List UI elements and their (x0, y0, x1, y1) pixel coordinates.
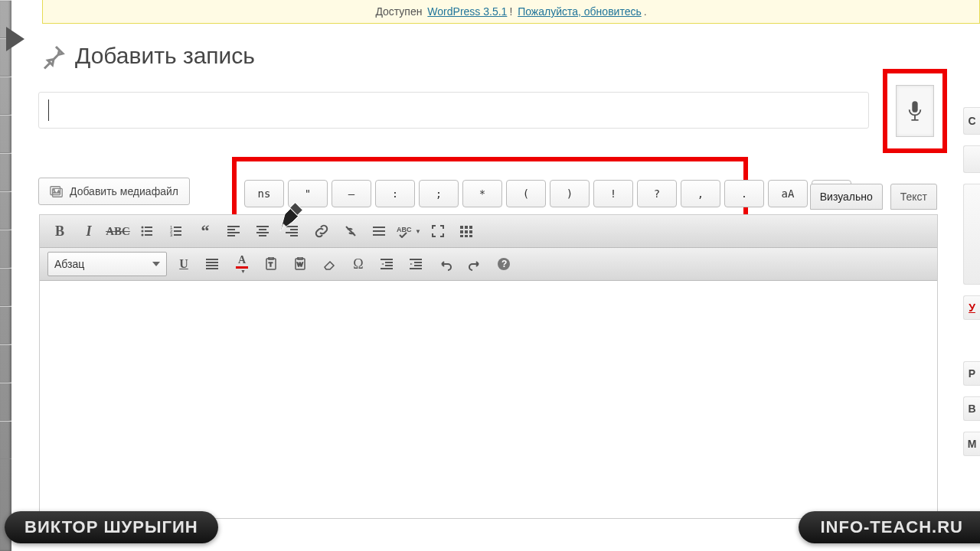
svg-rect-25 (290, 229, 298, 230)
format-select[interactable]: Абзац (47, 252, 167, 276)
svg-rect-52 (385, 262, 393, 263)
outdent-button[interactable] (375, 253, 400, 275)
ol-button[interactable]: 123 (164, 220, 188, 242)
redo-button[interactable] (462, 253, 487, 275)
post-title-input[interactable] (38, 92, 869, 129)
svg-rect-23 (259, 235, 266, 236)
microphone-button[interactable] (896, 85, 934, 137)
add-media-button[interactable]: Добавить медиафайл (38, 178, 190, 205)
svg-point-4 (142, 227, 144, 229)
rail-box-7[interactable]: М (963, 432, 980, 456)
add-media-label: Добавить медиафайл (70, 185, 178, 197)
svg-rect-38 (460, 235, 463, 237)
punct-btn-semicolon[interactable]: ; (419, 180, 459, 207)
svg-rect-41 (206, 259, 218, 260)
link-button[interactable] (309, 220, 334, 242)
punct-btn-quote[interactable]: " (288, 180, 328, 207)
punct-btn-rparen[interactable]: ) (550, 180, 590, 207)
punct-btn-lparen[interactable]: ( (506, 180, 546, 207)
svg-rect-43 (206, 265, 218, 266)
align-right-icon (286, 224, 299, 238)
eraser-icon (322, 257, 336, 271)
page-title: Добавить запись (75, 43, 255, 69)
right-rail: С У Р В М (963, 107, 980, 467)
banner-prefix: Доступен (375, 5, 422, 18)
banner-product-link[interactable]: WordPress 3.5.1 (427, 5, 507, 18)
rail-box-2[interactable] (963, 145, 980, 173)
ul-icon (140, 224, 154, 238)
microphone-icon (906, 99, 923, 122)
more-button[interactable] (368, 220, 392, 242)
help-icon: ? (497, 257, 511, 271)
punct-btn-colon[interactable]: : (375, 180, 415, 207)
svg-rect-21 (259, 229, 266, 230)
svg-point-6 (142, 230, 144, 233)
fullscreen-button[interactable] (426, 220, 450, 242)
svg-rect-11 (174, 227, 181, 228)
svg-rect-18 (227, 232, 240, 233)
indent-button[interactable] (404, 253, 429, 275)
spellcheck-button[interactable]: ABC▼ (397, 220, 421, 242)
italic-button[interactable]: I (77, 220, 101, 242)
tab-visual[interactable]: Визуально (810, 184, 883, 210)
svg-text:W: W (297, 261, 303, 268)
punct-btn-ns[interactable]: ns (244, 180, 284, 207)
punct-btn-comma[interactable]: , (681, 180, 720, 207)
rail-box-6[interactable]: В (963, 396, 980, 421)
paste-text-button[interactable]: T (259, 253, 283, 275)
rail-box-4[interactable]: У (963, 295, 980, 320)
svg-rect-37 (469, 230, 472, 233)
justify-icon (206, 257, 220, 271)
underline-button[interactable]: U (172, 253, 196, 275)
rail-box-1[interactable]: С (963, 107, 980, 135)
punct-btn-dash[interactable]: — (332, 180, 371, 207)
unlink-button[interactable] (338, 220, 363, 242)
charmap-button[interactable]: Ω (346, 253, 371, 275)
punct-btn-case[interactable]: аА (768, 180, 808, 207)
chevron-down-icon (152, 262, 160, 266)
svg-rect-5 (145, 227, 152, 228)
eraser-button[interactable] (317, 253, 341, 275)
justify-button[interactable] (201, 253, 225, 275)
help-button[interactable]: ? (492, 253, 516, 275)
svg-rect-55 (410, 259, 422, 260)
tab-text[interactable]: Текст (890, 184, 937, 210)
editor-content-area[interactable] (40, 281, 937, 518)
svg-rect-22 (256, 232, 269, 233)
strike-button[interactable]: ABC (106, 220, 130, 242)
svg-text:ABC: ABC (397, 226, 412, 233)
align-center-icon (256, 224, 270, 238)
menu-pointer-icon (6, 27, 24, 51)
ul-button[interactable] (135, 220, 159, 242)
svg-text:T: T (269, 261, 273, 268)
svg-rect-42 (206, 262, 218, 263)
align-center-button[interactable] (251, 220, 276, 242)
undo-button[interactable] (433, 253, 458, 275)
clipboard-icon: T (264, 257, 278, 271)
punct-btn-quest[interactable]: ? (637, 180, 677, 207)
svg-rect-39 (465, 235, 468, 237)
svg-rect-44 (206, 268, 218, 269)
textcolor-button[interactable]: A▼ (230, 253, 254, 275)
svg-rect-58 (410, 268, 422, 269)
punct-btn-excl[interactable]: ! (593, 180, 633, 207)
quote-button[interactable]: “ (193, 220, 217, 242)
svg-point-8 (142, 234, 144, 236)
svg-rect-16 (227, 226, 240, 227)
kitchensink-button[interactable] (455, 220, 479, 242)
rail-box-3[interactable] (963, 184, 980, 285)
update-banner: Доступен WordPress 3.5.1 ! Пожалуйста, о… (42, 0, 980, 24)
banner-cta-link[interactable]: Пожалуйста, обновитесь (518, 5, 642, 18)
align-left-button[interactable] (222, 220, 247, 242)
paste-word-button[interactable]: W (288, 253, 312, 275)
rail-box-5[interactable]: Р (963, 361, 980, 386)
svg-rect-9 (145, 234, 152, 236)
punct-btn-star[interactable]: * (462, 180, 502, 207)
fullscreen-icon (431, 224, 445, 238)
pin-icon (40, 42, 67, 70)
svg-rect-29 (373, 230, 385, 232)
align-right-button[interactable] (280, 220, 305, 242)
bold-button[interactable]: B (47, 220, 72, 242)
punct-btn-period[interactable]: . (724, 180, 764, 207)
indent-icon (410, 257, 423, 271)
